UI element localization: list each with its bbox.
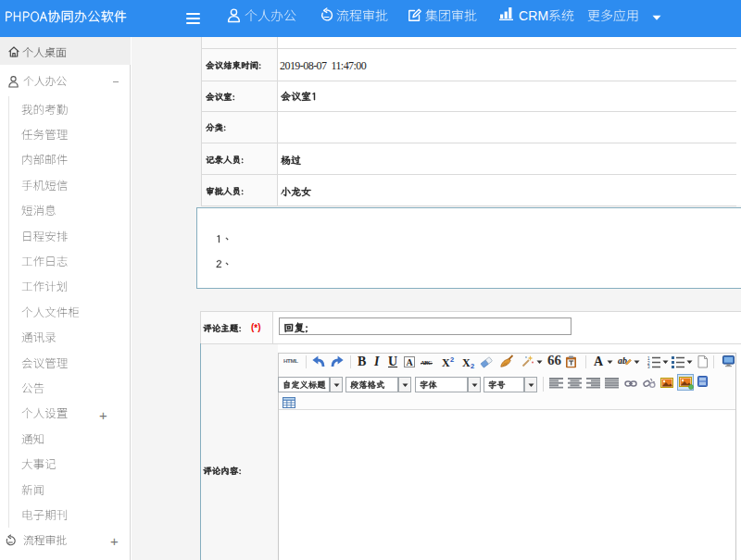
svg-text:ab: ab bbox=[618, 355, 627, 366]
